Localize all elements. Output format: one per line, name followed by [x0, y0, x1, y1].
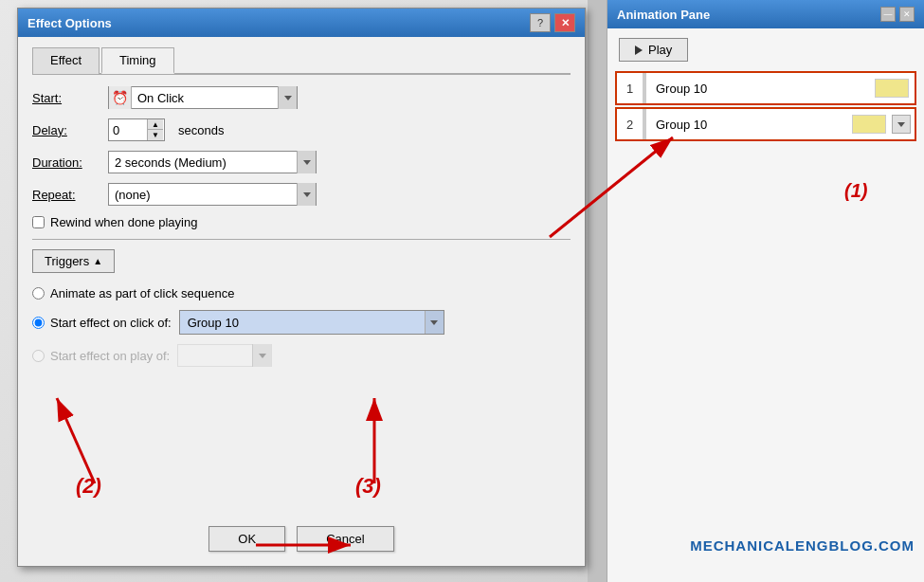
delay-spinner: ▲ ▼	[147, 119, 163, 140]
anim-close-btn[interactable]: ✕	[899, 7, 915, 22]
tab-timing[interactable]: Timing	[101, 47, 174, 74]
triggers-arrow-icon: ▲	[93, 256, 102, 266]
repeat-dropdown-btn[interactable]	[297, 183, 316, 206]
cancel-button[interactable]: Cancel	[297, 526, 393, 552]
delay-down-btn[interactable]: ▼	[148, 130, 163, 140]
delay-label: Delay:	[32, 123, 108, 137]
start-row: Start: ⏰ On Click	[32, 86, 571, 109]
triggers-label: Triggers	[45, 254, 89, 268]
effect-options-dialog: Effect Options ? ✕ Effect Timing Start: …	[17, 8, 586, 567]
dialog-content: Effect Timing Start: ⏰ On Click Delay:	[18, 37, 585, 386]
duration-dropdown-btn[interactable]	[297, 151, 316, 173]
chevron-down-icon	[897, 122, 905, 127]
chevron-down-icon	[430, 320, 438, 325]
rewind-row: Rewind when done playing	[32, 215, 571, 229]
play-icon	[635, 45, 643, 55]
rewind-label: Rewind when done playing	[50, 215, 197, 229]
watermark: MECHANICALENGBLOG.COM	[690, 537, 915, 554]
animate-sequence-radio[interactable]	[32, 287, 45, 300]
anim-color-2	[852, 115, 886, 134]
start-dropdown[interactable]: ⏰ On Click	[108, 86, 298, 109]
anim-num-2: 2	[617, 109, 643, 139]
repeat-label: Repeat:	[32, 188, 108, 202]
start-play-radio	[32, 350, 45, 362]
chevron-down-icon	[303, 192, 311, 197]
annotation-3: (3)	[355, 474, 381, 499]
anim-window-controls: — ✕	[880, 7, 915, 22]
start-label: Start:	[32, 91, 108, 105]
anim-dropdown-2[interactable]	[892, 115, 911, 134]
animation-item-1[interactable]: 1 Group 10	[615, 71, 916, 105]
animation-list: 1 Group 10 2 Group 10	[615, 71, 916, 141]
delay-row: Delay: ▲ ▼ seconds	[32, 118, 571, 141]
repeat-value: (none)	[109, 188, 297, 202]
duration-value: 2 seconds (Medium)	[109, 155, 297, 170]
dialog-titlebar: Effect Options ? ✕	[18, 9, 585, 37]
start-play-dropdown-btn	[252, 344, 271, 367]
rewind-checkbox[interactable]	[32, 216, 45, 228]
start-play-row: Start effect on play of:	[32, 344, 571, 367]
annotation-2: (2)	[76, 474, 101, 499]
play-button[interactable]: Play	[619, 38, 688, 62]
separator-1	[32, 239, 571, 240]
start-effect-value: Group 10	[180, 316, 425, 330]
animate-sequence-label: Animate as part of click sequence	[50, 286, 234, 300]
dialog-footer: OK Cancel	[18, 526, 585, 552]
delay-unit: seconds	[178, 123, 224, 137]
start-effect-row: Start effect on click of: Group 10	[32, 310, 571, 335]
anim-num-1: 1	[617, 73, 643, 103]
play-label: Play	[648, 43, 672, 57]
chevron-down-icon	[303, 160, 311, 165]
repeat-row: Repeat: (none)	[32, 183, 571, 206]
animation-pane: Animation Pane — ✕ Play 1 Group 10 2 Gro…	[607, 0, 924, 582]
dialog-title: Effect Options	[27, 16, 112, 30]
start-effect-dropdown[interactable]: Group 10	[179, 310, 444, 335]
start-dropdown-btn[interactable]	[278, 86, 297, 109]
start-value: On Click	[132, 91, 278, 105]
start-play-label: Start effect on play of:	[50, 349, 170, 363]
animate-sequence-row: Animate as part of click sequence	[32, 286, 571, 300]
anim-minimize-btn[interactable]: —	[880, 7, 896, 22]
close-button[interactable]: ✕	[554, 13, 575, 32]
chevron-down-icon	[284, 96, 292, 100]
start-play-dropdown	[177, 344, 272, 367]
repeat-dropdown[interactable]: (none)	[108, 183, 317, 206]
help-button[interactable]: ?	[530, 13, 551, 32]
chevron-down-icon	[259, 354, 266, 358]
anim-title: Animation Pane	[617, 8, 710, 22]
anim-label-2: Group 10	[646, 118, 852, 132]
delay-up-btn[interactable]: ▲	[148, 119, 163, 130]
tab-effect[interactable]: Effect	[32, 47, 100, 74]
start-effect-label: Start effect on click of:	[50, 316, 172, 330]
start-effect-dropdown-btn[interactable]	[425, 311, 444, 334]
duration-row: Duration: 2 seconds (Medium)	[32, 151, 571, 173]
tab-bar: Effect Timing	[32, 46, 571, 75]
triggers-button[interactable]: Triggers ▲	[32, 249, 115, 273]
start-effect-radio[interactable]	[32, 317, 45, 329]
animation-item-2[interactable]: 2 Group 10	[615, 107, 916, 141]
duration-label: Duration:	[32, 155, 108, 170]
anim-color-1	[875, 79, 909, 98]
annotation-label-1: (1)	[844, 180, 867, 202]
dialog-controls: ? ✕	[530, 13, 575, 32]
duration-dropdown[interactable]: 2 seconds (Medium)	[108, 151, 317, 173]
delay-input-box[interactable]: ▲ ▼	[108, 118, 165, 141]
anim-titlebar: Animation Pane — ✕	[607, 0, 924, 28]
anim-label-1: Group 10	[646, 82, 875, 96]
delay-field[interactable]	[109, 123, 147, 137]
start-icon: ⏰	[109, 86, 132, 109]
ok-button[interactable]: OK	[208, 526, 285, 552]
